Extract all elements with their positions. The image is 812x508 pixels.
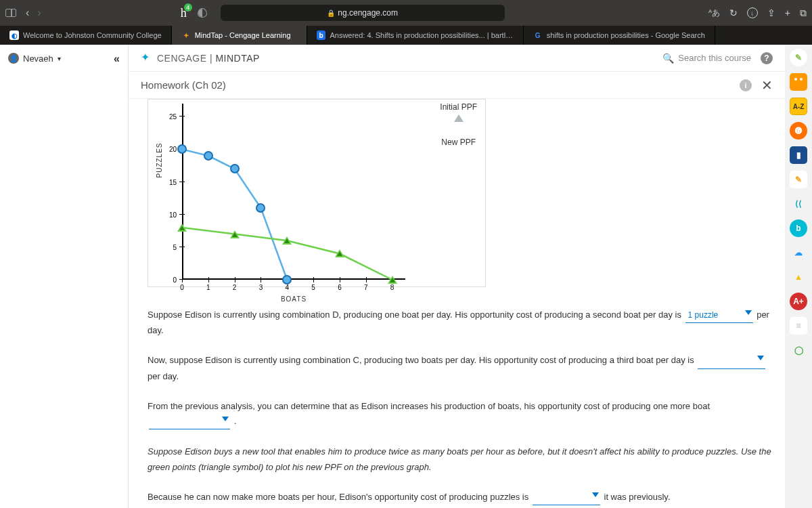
rail-tool[interactable]: A-Z [790, 98, 807, 115]
data-point-circle[interactable] [230, 164, 240, 173]
rail-tool[interactable]: ▮ [790, 146, 807, 164]
question-3: From the previous analysis, you can dete… [148, 399, 773, 429]
tab-label: Answered: 4. Shifts in production possib… [330, 31, 513, 39]
browser-tab[interactable]: ◐Welcome to Johnston Community College [0, 26, 172, 45]
privacy-shield-icon[interactable] [198, 8, 207, 18]
rail-tool[interactable]: ☁ [790, 244, 807, 261]
y-tick-label: 10 [169, 211, 177, 218]
legend-new-ppf: New PPF [440, 137, 477, 147]
new-tab-icon[interactable]: + [785, 7, 790, 18]
x-axis-label: BOATS [281, 295, 307, 303]
data-point-triangle[interactable] [230, 230, 240, 238]
info-button[interactable]: i [740, 79, 752, 91]
browser-toolbar: ‹ › h4 🔒 ng.cengage.com ᴬあ ↻ ↓ ⇪ + ⧉ [0, 0, 812, 26]
answer-dropdown-5[interactable] [533, 490, 600, 505]
x-tick-label: 4 [286, 284, 290, 291]
data-point-circle[interactable] [282, 275, 292, 284]
question-4: Suppose Edison buys a new tool that enab… [148, 444, 773, 474]
y-tick-label: 25 [169, 113, 177, 121]
x-tick-label: 6 [338, 284, 342, 291]
caret-icon [745, 310, 752, 315]
rail-tool[interactable]: ✎ [790, 49, 807, 66]
x-tick-label: 8 [390, 284, 394, 291]
assignment-header: Homework (Ch 02) i ✕ [129, 72, 785, 99]
cengage-logo-icon [141, 52, 153, 64]
tab-label: shifts in production possibilities - Goo… [547, 31, 705, 39]
chevron-down-icon: ▾ [58, 55, 61, 62]
x-tick-label: 3 [259, 284, 263, 291]
favicon: G [533, 30, 543, 40]
answer-dropdown-1[interactable]: 1 puzzle [685, 308, 753, 323]
rail-tool[interactable]: ➏ [790, 122, 807, 140]
favicon: b [317, 30, 326, 40]
tabs-overview-icon[interactable]: ⧉ [800, 7, 807, 19]
assignment-title: Homework (Ch 02) [141, 79, 226, 91]
share-icon[interactable]: ⇪ [767, 7, 775, 18]
data-point-triangle[interactable] [388, 276, 397, 284]
question-2: Now, suppose Edison is currently using c… [148, 353, 773, 383]
reload-icon[interactable]: ↻ [729, 7, 738, 18]
x-tick-label: 0 [180, 284, 184, 291]
translate-icon[interactable]: ᴬあ [708, 7, 720, 19]
svg-point-0 [794, 78, 797, 81]
data-point-triangle[interactable] [282, 236, 292, 245]
brand-text: CENGAGE | MINDTAP [157, 53, 260, 64]
downloads-icon[interactable]: ↓ [747, 7, 758, 18]
browser-tab[interactable]: bAnswered: 4. Shifts in production possi… [307, 26, 524, 45]
x-tick-label: 1 [206, 284, 210, 291]
tools-rail: ✎A-Z➏▮✎⟨⟨b☁▲A+≡◯ [785, 45, 812, 508]
legend-initial-ppf: Initial PPF [440, 102, 477, 112]
browser-tab[interactable]: ✦MindTap - Cengage Learning [172, 26, 307, 45]
x-tick-label: 7 [364, 284, 368, 291]
y-tick-label: 20 [169, 146, 177, 153]
assignment-body: PUZZLES BOATS 0510152025012345678 Initia… [129, 99, 785, 508]
tab-label: MindTap - Cengage Learning [195, 31, 291, 39]
address-bar[interactable]: 🔒 ng.cengage.com [221, 5, 505, 21]
url-text: ng.cengage.com [338, 8, 398, 18]
x-tick-label: 2 [233, 284, 237, 291]
rail-tool[interactable]: ✎ [790, 171, 807, 188]
favicon: ◐ [9, 30, 19, 40]
user-name: Nevaeh [23, 54, 53, 64]
tab-strip: ◐Welcome to Johnston Community College✦M… [0, 26, 812, 45]
data-point-circle[interactable] [256, 203, 265, 213]
y-axis-label: PUZZLES [156, 142, 163, 177]
rail-tool[interactable]: b [790, 219, 807, 237]
course-search[interactable]: 🔍 Search this course [662, 53, 751, 64]
extension-honey-icon[interactable]: h4 [181, 6, 187, 20]
rail-tool[interactable]: ⟨⟨ [790, 195, 807, 213]
data-point-circle[interactable] [177, 144, 187, 154]
lock-icon: 🔒 [327, 9, 335, 17]
help-button[interactable]: ? [761, 52, 773, 64]
sidebar-toggle-icon[interactable] [5, 9, 16, 17]
close-button[interactable]: ✕ [761, 77, 773, 93]
brand-header: CENGAGE | MINDTAP 🔍 Search this course ? [129, 45, 785, 72]
rail-tool[interactable]: ◯ [790, 341, 807, 359]
data-point-triangle[interactable] [177, 224, 187, 232]
rail-tool[interactable]: ▲ [790, 268, 807, 286]
chart-legend: Initial PPF New PPF [440, 102, 477, 161]
back-button[interactable]: ‹ [26, 7, 29, 19]
question-1: Suppose Edison is currently using combin… [148, 308, 773, 338]
rail-tool[interactable]: ≡ [790, 317, 807, 335]
user-menu[interactable]: 👤 Nevaeh ▾ [8, 53, 61, 64]
caret-icon [222, 417, 229, 421]
svg-point-1 [800, 78, 803, 81]
left-sidebar: 👤 Nevaeh ▾ « [0, 45, 129, 508]
ppf-chart: PUZZLES BOATS 0510152025012345678 Initia… [148, 99, 486, 287]
y-tick-label: 5 [173, 243, 177, 251]
browser-tab[interactable]: Gshifts in production possibilities - Go… [524, 26, 715, 45]
y-tick-label: 15 [169, 178, 177, 186]
x-tick-label: 5 [311, 284, 315, 291]
caret-icon [757, 356, 764, 360]
caret-icon [592, 492, 599, 497]
data-point-circle[interactable] [204, 151, 213, 161]
answer-dropdown-2[interactable] [698, 354, 765, 368]
tab-label: Welcome to Johnston Community College [23, 31, 162, 39]
rail-tool[interactable] [790, 73, 807, 91]
answer-dropdown-3[interactable] [149, 415, 230, 429]
data-point-triangle[interactable] [335, 249, 344, 257]
question-5: Because he can now make more boats per h… [148, 490, 773, 505]
collapse-sidebar-button[interactable]: « [114, 53, 120, 65]
rail-tool[interactable]: A+ [790, 293, 807, 310]
